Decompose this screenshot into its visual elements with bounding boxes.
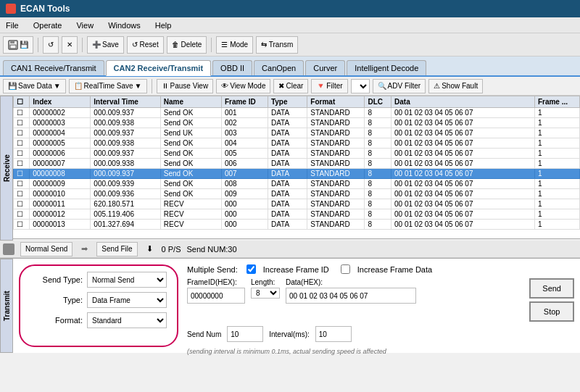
toolbar-reset[interactable]: ↺	[43, 36, 59, 54]
table-row[interactable]: ☐ 00000010 000.009.936 Send OK 009 DATA …	[14, 189, 580, 199]
cell-data: 00 01 02 03 04 05 06 07	[392, 159, 535, 169]
send-type-select[interactable]: Normal Send	[87, 272, 167, 288]
cell-frame: 1	[534, 159, 579, 169]
adv-filter-btn[interactable]: 🔍 ADV Filter	[373, 79, 426, 93]
filter-select[interactable]	[351, 79, 370, 93]
frame-id-input[interactable]	[187, 288, 245, 304]
data-hex-input[interactable]	[286, 288, 416, 304]
cell-frameid: 004	[221, 138, 268, 149]
table-row[interactable]: ☐ 00000006 000.009.937 Send OK 005 DATA …	[14, 149, 580, 159]
tab-can1[interactable]: CAN1 Receive/Transmit	[3, 60, 104, 75]
cell-check[interactable]: ☐	[14, 118, 30, 128]
cell-frame: 1	[534, 189, 579, 199]
cell-check[interactable]: ☐	[14, 220, 30, 230]
table-row[interactable]: ☐ 00000013 001.327.694 RECV 000 DATA STA…	[14, 220, 580, 230]
tab-canopen[interactable]: CanOpen	[254, 60, 304, 75]
menu-operate[interactable]: Operate	[30, 20, 65, 30]
interval-input[interactable]	[315, 326, 352, 342]
toolbar-save[interactable]: 💾	[3, 36, 33, 54]
filter-btn[interactable]: 🔻 Filter	[311, 79, 347, 93]
send-button[interactable]: Send	[529, 278, 574, 299]
cell-dlc: 8	[365, 189, 392, 199]
app-title: ECAN Tools	[20, 4, 70, 14]
table-row[interactable]: ☐ 00000007 000.009.938 Send OK 006 DATA …	[14, 159, 580, 169]
table-row[interactable]: ☐ 00000009 000.009.939 Send OK 008 DATA …	[14, 179, 580, 189]
cell-type: DATA	[268, 159, 307, 169]
menu-view[interactable]: View	[73, 20, 96, 30]
tab-can2[interactable]: CAN2 Receive/Transmit	[106, 60, 212, 76]
sub-sep-1	[152, 79, 152, 93]
menu-windows[interactable]: Windows	[105, 20, 144, 30]
tab-intdecode[interactable]: Intelligent Decode	[347, 60, 426, 75]
view-mode-btn[interactable]: 👁 View Mode	[216, 79, 270, 93]
table-row[interactable]: ☐ 00000011 620.180.571 RECV 000 DATA STA…	[14, 199, 580, 209]
cell-check[interactable]: ☐	[14, 209, 30, 220]
toolbar-delete[interactable]: ✕	[62, 36, 78, 54]
send-rate: 0 P/S	[162, 245, 181, 254]
show-fault-btn[interactable]: ⚠ Show Fault	[428, 79, 483, 93]
col-header-interval: Interval Time	[91, 96, 160, 108]
pause-view-btn[interactable]: ⏸ Pause View	[157, 79, 214, 93]
cell-check[interactable]: ☐	[14, 128, 30, 138]
cell-check[interactable]: ☐	[14, 108, 30, 118]
toolbar-transm[interactable]: ⇆ Transm	[256, 36, 298, 54]
cell-check[interactable]: ☐	[14, 138, 30, 149]
col-header-check: ☐	[14, 96, 30, 108]
cell-check[interactable]: ☐	[14, 159, 30, 169]
cell-index: 00000008	[30, 169, 91, 179]
cell-format: STANDARD	[307, 199, 365, 209]
toolbar-add[interactable]: ➕ Save	[87, 36, 124, 54]
stop-button[interactable]: Stop	[529, 301, 574, 322]
cell-check[interactable]: ☐	[14, 169, 30, 179]
clear-btn[interactable]: ✖ Clear	[273, 79, 308, 93]
receive-table-container[interactable]: ☐ Index Interval Time Name Frame ID Type…	[13, 96, 580, 239]
cell-check[interactable]: ☐	[14, 189, 30, 199]
col-header-name: Name	[160, 96, 221, 108]
cell-dlc: 8	[365, 209, 392, 220]
normal-send-btn[interactable]: Normal Send	[20, 242, 72, 257]
svg-rect-1	[10, 41, 14, 43]
cell-check[interactable]: ☐	[14, 199, 30, 209]
toolbar-mode[interactable]: ☰ Mode	[216, 36, 253, 54]
cell-index: 00000007	[30, 159, 91, 169]
down-arrow-icon: ⬇	[146, 244, 153, 254]
cell-frameid: 003	[221, 128, 268, 138]
save-icon	[8, 40, 18, 50]
send-file-btn[interactable]: Send File	[96, 242, 137, 257]
cell-interval: 000.009.938	[91, 118, 160, 128]
table-row[interactable]: ☐ 00000004 000.009.937 Send UK 003 DATA …	[14, 128, 580, 138]
menu-file[interactable]: File	[3, 20, 22, 30]
table-body: ☐ 00000002 000.009.937 Send OK 001 DATA …	[14, 108, 580, 230]
cell-type: DATA	[268, 189, 307, 199]
transmit-right-form: Multiple Send: Increase Frame ID Increas…	[187, 264, 574, 347]
length-select[interactable]: 8	[251, 288, 280, 299]
table-row[interactable]: ☐ 00000008 000.009.937 Send OK 007 DATA …	[14, 169, 580, 179]
cell-type: DATA	[268, 128, 307, 138]
save-data-btn[interactable]: 💾 Save Data ▼	[3, 79, 66, 93]
table-row[interactable]: ☐ 00000003 000.009.938 Send OK 002 DATA …	[14, 118, 580, 128]
realtime-save-btn[interactable]: 📋 RealTime Save ▼	[69, 79, 147, 93]
tab-curver[interactable]: Curver	[305, 60, 345, 75]
table-row[interactable]: ☐ 00000005 000.009.938 Send OK 004 DATA …	[14, 138, 580, 149]
col-header-format: Format	[307, 96, 365, 108]
cell-data: 00 01 02 03 04 05 06 07	[392, 220, 535, 230]
cell-frameid: 000	[221, 199, 268, 209]
table-row[interactable]: ☐ 00000012 005.119.406 RECV 000 DATA STA…	[14, 209, 580, 220]
tab-obd[interactable]: OBD II	[212, 60, 252, 75]
cell-name: Send OK	[160, 169, 221, 179]
increase-frame-data-check[interactable]	[341, 264, 350, 274]
increase-frame-id-check[interactable]	[246, 264, 256, 274]
toolbar-delete-btn[interactable]: 🗑 Delete	[167, 36, 207, 54]
toolbar-reset-btn[interactable]: ↺ Reset	[127, 36, 164, 54]
cell-check[interactable]: ☐	[14, 149, 30, 159]
send-num-input[interactable]	[227, 326, 263, 342]
data-hex-group: Data(HEX):	[286, 278, 523, 304]
cell-check[interactable]: ☐	[14, 179, 30, 189]
frame-id-data-row: FrameID(HEX): Length: 8 Data(HEX):	[187, 278, 574, 322]
cell-format: STANDARD	[307, 209, 365, 220]
menu-help[interactable]: Help	[152, 20, 175, 30]
format-select[interactable]: Standard	[87, 312, 167, 328]
type-select[interactable]: Data Frame	[87, 292, 167, 308]
table-row[interactable]: ☐ 00000002 000.009.937 Send OK 001 DATA …	[14, 108, 580, 118]
cell-index: 00000005	[30, 138, 91, 149]
